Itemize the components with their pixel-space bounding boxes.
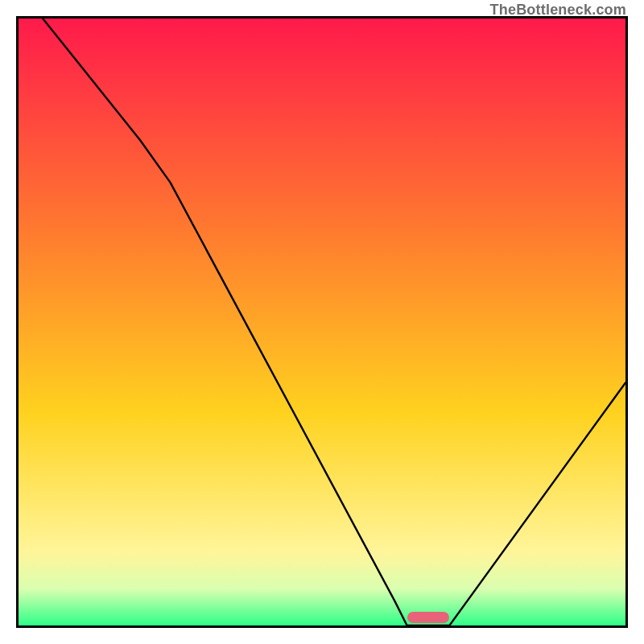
svg-rect-0 (19, 19, 625, 625)
background-gradient (19, 19, 625, 625)
chart-frame: TheBottleneck.com (0, 0, 644, 644)
plot-area (16, 16, 628, 628)
